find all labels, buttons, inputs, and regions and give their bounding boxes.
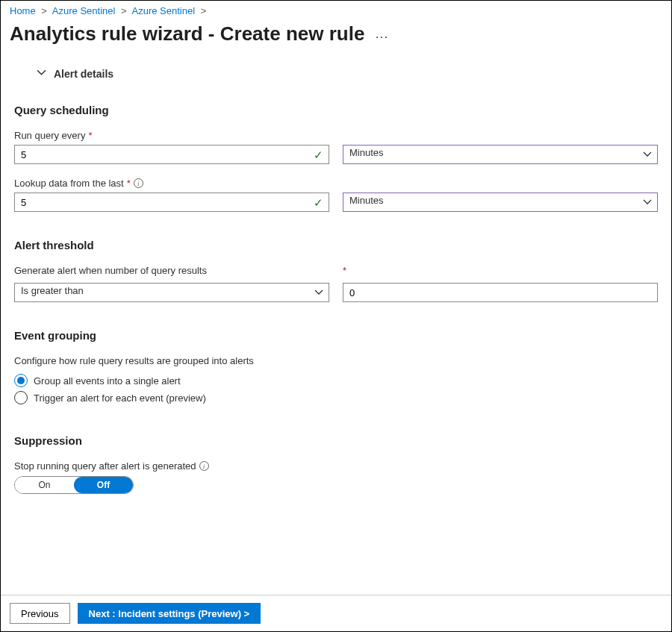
grouping-option-single-alert[interactable]: Group all events into a single alert xyxy=(14,374,658,387)
toggle-on: On xyxy=(15,477,74,493)
breadcrumb: Home > Azure Sentinel > Azure Sentinel > xyxy=(1,5,671,19)
grouping-option-per-event[interactable]: Trigger an alert for each event (preview… xyxy=(14,391,658,404)
query-scheduling-heading: Query scheduling xyxy=(14,104,658,116)
event-grouping-heading: Event grouping xyxy=(14,329,658,342)
previous-button[interactable]: Previous xyxy=(10,603,70,624)
threshold-value-input[interactable] xyxy=(343,283,658,302)
run-query-every-label: Run query every* xyxy=(14,130,658,141)
toggle-off: Off xyxy=(74,477,133,493)
grouping-option-label: Group all events into a single alert xyxy=(34,375,181,387)
alert-details-toggle[interactable]: Alert details xyxy=(37,68,658,80)
next-button[interactable]: Next : Incident settings (Preview) > xyxy=(78,603,261,624)
breadcrumb-separator: > xyxy=(201,5,207,16)
check-icon: ✓ xyxy=(314,196,323,210)
radio-icon xyxy=(14,391,28,404)
breadcrumb-separator: > xyxy=(41,5,47,16)
lookup-unit-select[interactable]: Minutes xyxy=(343,193,658,212)
breadcrumb-sentinel-2[interactable]: Azure Sentinel xyxy=(132,5,196,16)
check-icon: ✓ xyxy=(314,148,323,162)
more-actions-icon[interactable]: ⋯ xyxy=(375,27,388,43)
threshold-operator-select[interactable]: Is greater than xyxy=(14,283,329,302)
chevron-down-icon xyxy=(37,68,46,80)
alert-details-label: Alert details xyxy=(54,68,113,80)
threshold-required-indicator: * xyxy=(343,265,346,276)
radio-icon xyxy=(14,374,28,387)
threshold-label: Generate alert when number of query resu… xyxy=(14,265,329,276)
grouping-option-label: Trigger an alert for each event (preview… xyxy=(34,392,206,404)
event-grouping-helper: Configure how rule query results are gro… xyxy=(14,355,658,366)
info-icon[interactable]: i xyxy=(199,461,209,471)
suppression-label: Stop running query after alert is genera… xyxy=(14,460,658,472)
breadcrumb-home[interactable]: Home xyxy=(10,5,36,16)
lookup-data-label: Lookup data from the last* i xyxy=(14,178,658,189)
run-query-value-input[interactable] xyxy=(14,145,329,164)
info-icon[interactable]: i xyxy=(134,178,143,188)
lookup-value-input[interactable] xyxy=(14,193,329,212)
breadcrumb-sentinel-1[interactable]: Azure Sentinel xyxy=(52,5,116,16)
breadcrumb-separator: > xyxy=(121,5,127,16)
suppression-toggle[interactable]: On Off xyxy=(14,476,134,494)
page-title: Analytics rule wizard - Create new rule xyxy=(10,22,364,46)
alert-threshold-heading: Alert threshold xyxy=(14,239,658,251)
run-query-unit-select[interactable]: Minutes xyxy=(343,145,658,164)
suppression-heading: Suppression xyxy=(14,434,658,447)
